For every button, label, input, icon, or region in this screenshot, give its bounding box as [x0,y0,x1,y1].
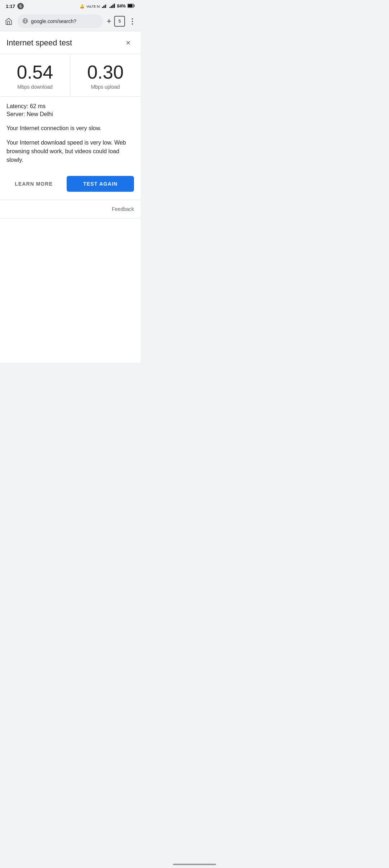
server-value: New Delhi [27,111,53,117]
speed-grid: 0.54 Mbps download 0.30 Mbps upload [0,54,140,97]
browser-bar: google.com/search? + 5 ⋮ [0,12,140,31]
status-bar: 1:17 5 🔔 VoLTE 5G [0,0,140,12]
detail-message: Your Internet download speed is very low… [6,138,134,164]
download-cell: 0.54 Mbps download [0,54,70,96]
card-title: Internet speed test [6,38,72,48]
server-label: Server: [6,111,25,117]
speed-test-card: Internet speed test × 0.54 Mbps download… [0,31,140,218]
svg-rect-5 [109,7,111,8]
url-security-icon [22,18,28,25]
svg-rect-6 [111,6,112,8]
url-bar[interactable]: google.com/search? [17,14,103,28]
upload-cell: 0.30 Mbps upload [70,54,140,96]
svg-rect-11 [128,4,133,7]
feedback-link[interactable]: Feedback [112,206,134,212]
action-buttons: LEARN MORE TEST AGAIN [0,176,140,200]
status-right: 🔔 VoLTE 5G 84% [80,3,135,9]
download-value: 0.54 [6,62,63,83]
svg-rect-7 [112,5,113,8]
battery-percentage: 84% [117,4,126,9]
svg-rect-2 [103,6,104,8]
close-icon: × [126,39,131,47]
upload-label: Mbps upload [77,84,134,90]
download-label: Mbps download [6,84,63,90]
slow-connection-message: Your Internet connection is very slow. [6,124,134,133]
svg-rect-3 [105,5,106,8]
page-body [0,218,140,363]
tab-count-button[interactable]: 5 [114,16,125,27]
latency-row: Latency: 62 ms [6,103,134,110]
details-section: Latency: 62 ms Server: New Delhi Your In… [0,97,140,176]
close-button[interactable]: × [122,37,134,49]
status-time: 1:17 [6,4,15,9]
alarm-icon: 🔔 [80,4,85,9]
svg-rect-8 [114,4,115,8]
latency-label: Latency: [6,103,28,109]
new-tab-button[interactable]: + [107,17,111,25]
home-button[interactable] [4,16,14,26]
upload-value: 0.30 [77,62,134,83]
svg-rect-1 [102,7,103,8]
feedback-row: Feedback [0,200,140,218]
url-text: google.com/search? [31,18,98,24]
battery-icon [128,4,135,9]
network-icon: VoLTE 5G [86,3,100,9]
svg-text:VoLTE 5G: VoLTE 5G [86,5,100,8]
server-row: Server: New Delhi [6,111,134,118]
more-menu-button[interactable]: ⋮ [128,17,137,26]
status-left: 1:17 5 [6,3,24,9]
browser-actions: + 5 ⋮ [107,16,137,27]
svg-rect-10 [134,5,135,7]
signal-bars-icon [102,4,108,9]
notification-badge: 5 [17,3,24,9]
card-header: Internet speed test × [0,31,140,54]
learn-more-button[interactable]: LEARN MORE [6,176,61,192]
signal-bars2-icon [109,4,115,9]
latency-value: 62 ms [30,103,46,109]
svg-rect-4 [106,4,107,8]
test-again-button[interactable]: TEST AGAIN [67,176,134,192]
